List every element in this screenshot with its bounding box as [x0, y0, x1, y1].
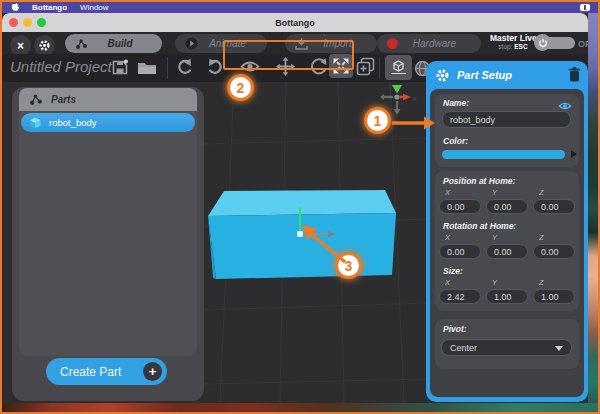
rotation-x-axis-label: X — [445, 233, 481, 242]
exit-button[interactable]: × — [10, 35, 31, 56]
create-part-button[interactable]: Create Part + — [46, 358, 167, 385]
redo-icon — [205, 58, 225, 76]
parts-panel: Parts robot_body Create Part + — [12, 87, 204, 401]
parts-list: robot_body — [19, 111, 197, 356]
part-setup-gear-icon — [435, 68, 450, 83]
save-icon — [112, 59, 128, 75]
part-name-value: robot_body — [450, 115, 495, 125]
color-label: Color: — [443, 136, 468, 146]
part-list-item-robot-body[interactable]: robot_body — [21, 113, 195, 132]
size-z-axis-label: Z — [539, 278, 575, 287]
part-setup-header: Part Setup — [426, 61, 588, 89]
pivot-value: Center — [450, 343, 477, 353]
rotation-y-field[interactable]: 0.00 — [486, 244, 528, 259]
toolbar-divider — [167, 57, 168, 79]
rotation-z-field[interactable]: 0.00 — [533, 244, 575, 259]
annotation-highlight-box — [223, 40, 354, 70]
bottango-window: Bottango × Build — [2, 13, 588, 403]
parts-node-icon — [29, 93, 43, 106]
toolbar-divider-2 — [379, 57, 380, 79]
position-y-axis-label: Y — [492, 188, 528, 197]
master-live-toggle[interactable] — [537, 37, 575, 49]
menubar-status-icon[interactable] — [580, 4, 590, 11]
pivot-dropdown[interactable]: Center — [441, 339, 572, 356]
position-z-axis-label: Z — [539, 188, 575, 197]
position-label: Position at Home: — [443, 176, 515, 186]
gizmo-mode-button[interactable] — [385, 55, 412, 80]
window-title: Bottango — [2, 18, 588, 28]
position-y-field[interactable]: 0.00 — [486, 199, 528, 214]
settings-button[interactable] — [34, 35, 55, 56]
window-titlebar[interactable]: Bottango — [2, 13, 588, 32]
position-z-field[interactable]: 0.00 — [533, 199, 575, 214]
tab-hardware-label: Hardware — [413, 38, 456, 49]
master-live-stop-key: ESC — [514, 43, 527, 50]
duplicate-icon — [356, 57, 375, 76]
annotation-arrow-1 — [392, 114, 436, 132]
undo-button[interactable] — [175, 58, 195, 76]
trash-icon — [568, 67, 581, 82]
parts-panel-header: Parts — [19, 88, 197, 111]
menu-window[interactable]: Window — [80, 3, 108, 12]
chevron-down-icon — [555, 346, 563, 351]
rotation-x-field[interactable]: 0.00 — [439, 244, 481, 259]
rotation-z-axis-label: Z — [539, 233, 575, 242]
name-color-section: Name: robot_body Color: — [435, 94, 579, 167]
folder-icon — [137, 61, 157, 75]
pivot-label: Pivot: — [443, 324, 467, 334]
tab-build-label: Build — [108, 38, 133, 49]
part-item-label: robot_body — [49, 117, 97, 128]
rotation-y-axis-label: Y — [492, 233, 528, 242]
save-project-button[interactable] — [112, 59, 128, 75]
play-icon — [185, 37, 198, 50]
duplicate-part-button[interactable] — [356, 57, 375, 76]
build-node-icon — [75, 38, 88, 50]
part-setup-panel: Part Setup Name: robot_body Color: — [426, 61, 588, 402]
desktop-wallpaper-bottom — [2, 403, 598, 412]
transform-section: Position at Home: X 0.00 Y 0.00 Z 0.00 R… — [435, 171, 579, 311]
position-x-field[interactable]: 0.00 — [439, 199, 481, 214]
part-name-input[interactable]: robot_body — [442, 111, 571, 128]
cube-icon — [29, 117, 41, 129]
gear-icon — [38, 39, 51, 52]
master-live-stop-prefix: stop: — [498, 43, 512, 50]
size-y-field[interactable]: 1.00 — [486, 289, 528, 304]
tab-build[interactable]: Build — [65, 34, 162, 53]
delete-part-button[interactable] — [568, 67, 581, 86]
master-live-state: OFF — [578, 39, 588, 49]
parts-panel-title: Parts — [51, 94, 76, 105]
desktop-wallpaper-right — [588, 13, 598, 405]
pivot-section: Pivot: Center — [435, 319, 579, 369]
part-setup-body: Name: robot_body Color: Position at Home… — [430, 89, 584, 397]
color-swatch-bar[interactable] — [442, 150, 565, 159]
master-live-label-group: Master Live stop: ESC — [490, 33, 536, 50]
macos-menu-bar: Bottango Window — [2, 2, 598, 13]
gizmo-x-axis-label: x — [412, 94, 418, 103]
annotation-circle-1: 1 — [364, 107, 391, 134]
redo-button[interactable] — [205, 58, 225, 76]
color-expand-arrow[interactable] — [571, 150, 577, 158]
size-label: Size: — [443, 266, 463, 276]
project-title: Untitled Project — [10, 58, 112, 75]
size-x-axis-label: X — [445, 278, 481, 287]
master-live-label: Master Live — [490, 33, 536, 43]
undo-icon — [175, 58, 195, 76]
menu-app-name[interactable]: Bottango — [32, 3, 67, 12]
power-icon — [538, 38, 548, 48]
part-setup-title: Part Setup — [457, 69, 512, 81]
record-dot-icon — [387, 38, 398, 49]
toggle-knob[interactable] — [534, 34, 551, 51]
create-part-label: Create Part — [60, 365, 121, 379]
plus-icon: + — [143, 362, 162, 381]
size-x-field[interactable]: 2.42 — [439, 289, 481, 304]
annotation-circle-2: 2 — [227, 74, 254, 101]
screenshot-frame: Bottango Window Bottango × Build — [0, 0, 600, 414]
size-z-field[interactable]: 1.00 — [533, 289, 575, 304]
size-y-axis-label: Y — [492, 278, 528, 287]
position-x-axis-label: X — [445, 188, 481, 197]
rotation-label: Rotation at Home: — [443, 221, 516, 231]
tab-hardware[interactable]: Hardware — [377, 34, 481, 53]
open-project-button[interactable] — [137, 61, 157, 75]
annotation-arrow-3 — [298, 220, 353, 270]
apple-menu-icon[interactable] — [11, 3, 19, 12]
